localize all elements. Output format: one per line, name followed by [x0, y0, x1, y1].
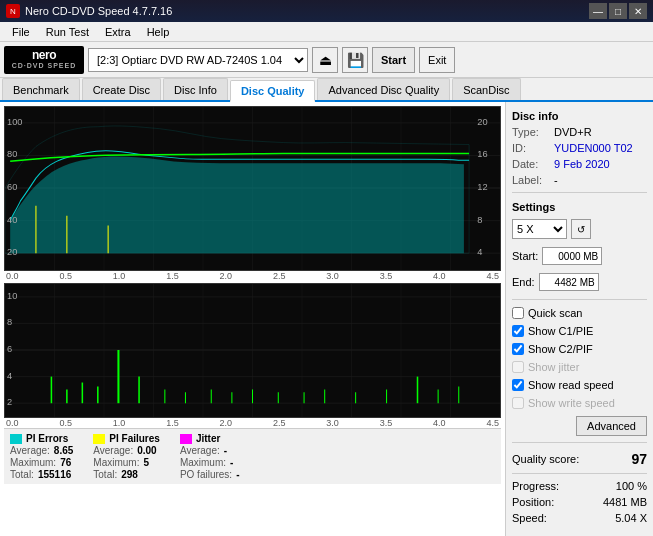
svg-text:16: 16 — [477, 150, 487, 160]
pi-errors-total-label: Total: — [10, 469, 34, 480]
pi-errors-avg-label: Average: — [10, 445, 50, 456]
pi-errors-max-label: Maximum: — [10, 457, 56, 468]
show-jitter-checkbox[interactable] — [512, 361, 524, 373]
tab-scandisc[interactable]: ScanDisc — [452, 78, 520, 100]
disc-date-label: Date: — [512, 158, 550, 170]
menu-file[interactable]: File — [4, 24, 38, 40]
menu-run-test[interactable]: Run Test — [38, 24, 97, 40]
po-failures-value: - — [236, 469, 239, 480]
pi-failures-color — [93, 434, 105, 444]
divider-3 — [512, 442, 647, 443]
maximize-button[interactable]: □ — [609, 3, 627, 19]
quality-score-row: Quality score: 97 — [512, 451, 647, 467]
pi-failures-total-label: Total: — [93, 469, 117, 480]
svg-text:20: 20 — [7, 247, 17, 257]
quick-scan-label: Quick scan — [528, 307, 582, 319]
progress-row: Progress: 100 % — [512, 480, 647, 492]
start-label: Start: — [512, 250, 538, 262]
speed-select[interactable]: 5 X — [512, 219, 567, 239]
exit-button[interactable]: Exit — [419, 47, 455, 73]
disc-type-value: DVD+R — [554, 126, 592, 138]
pi-errors-max-value: 76 — [60, 457, 71, 468]
svg-text:80: 80 — [7, 150, 17, 160]
tab-disc-quality[interactable]: Disc Quality — [230, 80, 316, 102]
top-chart-x-axis: 0.0 0.5 1.0 1.5 2.0 2.5 3.0 3.5 4.0 4.5 — [4, 271, 501, 281]
show-read-speed-label: Show read speed — [528, 379, 614, 391]
disc-date-row: Date: 9 Feb 2020 — [512, 158, 647, 170]
bottom-chart-wrapper: 10 8 6 4 2 0.0 0.5 1.0 1.5 2.0 2.5 3.0 3… — [4, 281, 501, 428]
svg-text:20: 20 — [477, 117, 487, 127]
quick-scan-checkbox[interactable] — [512, 307, 524, 319]
show-c1-pie-label: Show C1/PIE — [528, 325, 593, 337]
speed-row: Speed: 5.04 X — [512, 512, 647, 524]
position-row: Position: 4481 MB — [512, 496, 647, 508]
show-c1-pie-row: Show C1/PIE — [512, 325, 647, 337]
show-c1-pie-checkbox[interactable] — [512, 325, 524, 337]
toolbar: nero CD·DVD SPEED [2:3] Optiarc DVD RW A… — [0, 42, 653, 78]
tab-disc-info[interactable]: Disc Info — [163, 78, 228, 100]
svg-text:8: 8 — [477, 215, 482, 225]
drive-select[interactable]: [2:3] Optiarc DVD RW AD-7240S 1.04 — [88, 48, 308, 72]
disc-date-value: 9 Feb 2020 — [554, 158, 610, 170]
tab-create-disc[interactable]: Create Disc — [82, 78, 161, 100]
nero-logo: nero CD·DVD SPEED — [4, 46, 84, 74]
svg-text:4: 4 — [477, 247, 482, 257]
end-mb-input[interactable] — [539, 273, 599, 291]
tab-advanced-disc-quality[interactable]: Advanced Disc Quality — [317, 78, 450, 100]
disc-label-value: - — [554, 174, 558, 186]
disc-label-label: Label: — [512, 174, 550, 186]
start-mb-input[interactable] — [542, 247, 602, 265]
speed-setting-row: 5 X ↺ — [512, 219, 647, 239]
pi-errors-avg-value: 8.65 — [54, 445, 73, 456]
end-mb-row: End: — [512, 273, 647, 291]
tab-benchmark[interactable]: Benchmark — [2, 78, 80, 100]
bottom-chart-x-axis: 0.0 0.5 1.0 1.5 2.0 2.5 3.0 3.5 4.0 4.5 — [4, 418, 501, 428]
quality-score-value: 97 — [631, 451, 647, 467]
start-button[interactable]: Start — [372, 47, 415, 73]
divider-1 — [512, 192, 647, 193]
show-write-speed-checkbox[interactable] — [512, 397, 524, 409]
advanced-button[interactable]: Advanced — [576, 416, 647, 436]
svg-text:60: 60 — [7, 182, 17, 192]
progress-value: 100 % — [616, 480, 647, 492]
save-icon[interactable]: 💾 — [342, 47, 368, 73]
menu-extra[interactable]: Extra — [97, 24, 139, 40]
stats-bar: PI Errors Average: 8.65 Maximum: 76 Tota… — [4, 428, 501, 484]
disc-id-row: ID: YUDEN000 T02 — [512, 142, 647, 154]
disc-type-row: Type: DVD+R — [512, 126, 647, 138]
pi-failures-total-value: 298 — [121, 469, 138, 480]
menu-help[interactable]: Help — [139, 24, 178, 40]
jitter-label: Jitter — [196, 433, 220, 444]
show-jitter-label: Show jitter — [528, 361, 579, 373]
jitter-avg-label: Average: — [180, 445, 220, 456]
jitter-color — [180, 434, 192, 444]
svg-text:8: 8 — [7, 318, 12, 328]
position-label: Position: — [512, 496, 554, 508]
show-c2-pif-label: Show C2/PIF — [528, 343, 593, 355]
chart-area: 100 80 60 40 20 20 16 12 8 4 0.0 0.5 1.0 — [0, 102, 505, 536]
app-title: Nero CD-DVD Speed 4.7.7.16 — [25, 5, 172, 17]
pi-errors-stats: PI Errors Average: 8.65 Maximum: 76 Tota… — [10, 433, 73, 480]
disc-label-row: Label: - — [512, 174, 647, 186]
divider-4 — [512, 473, 647, 474]
pi-failures-max-value: 5 — [143, 457, 149, 468]
show-c2-pif-checkbox[interactable] — [512, 343, 524, 355]
eject-icon[interactable]: ⏏ — [312, 47, 338, 73]
app-icon: N — [6, 4, 20, 18]
disc-info-title: Disc info — [512, 110, 647, 122]
top-chart: 100 80 60 40 20 20 16 12 8 4 — [4, 106, 501, 271]
disc-id-label: ID: — [512, 142, 550, 154]
close-button[interactable]: ✕ — [629, 3, 647, 19]
show-read-speed-checkbox[interactable] — [512, 379, 524, 391]
svg-text:10: 10 — [7, 291, 17, 301]
svg-text:6: 6 — [7, 344, 12, 354]
refresh-icon[interactable]: ↺ — [571, 219, 591, 239]
pi-errors-label: PI Errors — [26, 433, 68, 444]
title-bar: N Nero CD-DVD Speed 4.7.7.16 — □ ✕ — [0, 0, 653, 22]
po-failures-label: PO failures: — [180, 469, 232, 480]
speed-value: 5.04 X — [615, 512, 647, 524]
minimize-button[interactable]: — — [589, 3, 607, 19]
end-label: End: — [512, 276, 535, 288]
position-value: 4481 MB — [603, 496, 647, 508]
settings-title: Settings — [512, 201, 647, 213]
